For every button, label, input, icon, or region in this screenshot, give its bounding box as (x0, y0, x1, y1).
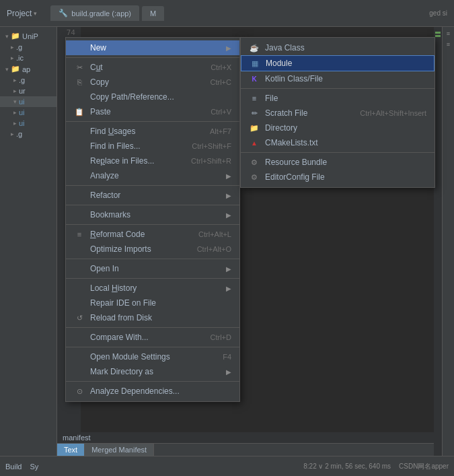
sync-label[interactable]: Sy (30, 463, 38, 471)
tree-item-ap[interactable]: ▾ 📁 ap (0, 63, 56, 75)
tree-item-ui3[interactable]: ▸ ui (0, 118, 56, 129)
new-arrow-icon: ▶ (226, 44, 231, 52)
menu-item-repair[interactable]: Repair IDE on File (66, 296, 239, 310)
tree-item-g[interactable]: ▸ .g (0, 42, 56, 53)
menu-cut-label: Cut (90, 63, 205, 72)
menu-reformat-label: Reformat Code (90, 230, 193, 239)
menu-item-reformat[interactable]: ≡ Reformat Code Ctrl+Alt+L (66, 227, 239, 242)
bookmarks-arrow-icon: ▶ (226, 211, 231, 219)
menu-item-bookmarks[interactable]: Bookmarks ▶ (66, 207, 239, 222)
menu-item-module-settings[interactable]: Open Module Settings F4 (66, 349, 239, 364)
menu-item-find-files[interactable]: Find in Files... Ctrl+Shift+F (66, 139, 239, 154)
top-bar: Project ▾ 🔧 build.gradle (:app) M ged si (0, 0, 454, 27)
menu-find-files-label: Find in Files... (90, 141, 186, 151)
menu-item-optimize[interactable]: Optimize Imports Ctrl+Alt+O (66, 242, 239, 257)
menu-item-analyze-dep[interactable]: ⊙ Analyze Dependencies... (66, 384, 239, 399)
reload-icon: ↺ (74, 314, 85, 322)
submenu-module[interactable]: ▦ Module (241, 55, 434, 71)
tree-unip-label: UniP (22, 32, 38, 40)
submenu-file[interactable]: ≡ File (241, 91, 434, 106)
ap-folder-icon: 📁 (11, 65, 20, 73)
separator-1 (66, 57, 239, 58)
editor-tab-bar: Text Merged Manifest (57, 443, 442, 456)
tree-ui1-label: ui (19, 98, 25, 106)
tab-m-label: M (150, 9, 156, 18)
right-icon-2[interactable]: ≡ (447, 41, 450, 48)
menu-item-replace-files[interactable]: Replace in Files... Ctrl+Shift+R (66, 154, 239, 168)
tab-merged-manifest[interactable]: Merged Manifest (85, 444, 154, 456)
tree-item-ui1[interactable]: ▾ ui (0, 96, 56, 107)
tree-ic-label: .ic (16, 54, 24, 62)
tree-item-unip[interactable]: ▾ 📁 UniP (0, 30, 56, 42)
cut-shortcut: Ctrl+X (211, 63, 231, 71)
menu-item-copy-path[interactable]: Copy Path/Reference... (66, 90, 239, 104)
replace-files-shortcut: Ctrl+Shift+R (191, 157, 231, 165)
submenu-editorconfig-label: EditorConfig File (265, 172, 426, 182)
submenu-editorconfig[interactable]: ⚙ EditorConfig File (241, 170, 434, 184)
resource-bundle-icon: ⚙ (249, 158, 260, 167)
menu-item-open-in[interactable]: Open In ▶ (66, 261, 239, 276)
reformat-icon: ≡ (74, 230, 85, 238)
tab-build-gradle[interactable]: 🔧 build.gradle (:app) (50, 5, 139, 21)
cut-icon: ✂ (74, 63, 85, 72)
copy-icon: ⎘ (74, 78, 85, 86)
tree-g2-arrow: ▸ (13, 77, 17, 83)
tree-g3-label: .g (16, 130, 22, 138)
scroll-marker-1 (435, 32, 441, 34)
paste-icon: 📋 (74, 108, 85, 116)
tree-ui2-arrow: ▸ (13, 109, 17, 116)
right-icon-1[interactable]: ≡ (447, 30, 450, 37)
menu-local-history-label: Local History (90, 283, 221, 293)
menu-item-analyze[interactable]: Analyze ▶ (66, 168, 239, 183)
separator-4 (66, 205, 239, 205)
submenu-cmake[interactable]: ▲ CMakeLists.txt (241, 135, 434, 150)
directory-icon: 📁 (249, 124, 260, 133)
submenu-kotlin-class[interactable]: K Kotlin Class/File (241, 71, 434, 86)
separator-3 (66, 185, 239, 186)
menu-item-cut[interactable]: ✂ Cut Ctrl+X (66, 60, 239, 75)
tree-item-g3[interactable]: ▸ .g (0, 129, 56, 139)
submenu-resource-bundle-label: Resource Bundle (265, 158, 426, 167)
ged-text: ged si (429, 9, 447, 17)
submenu-separator-1 (241, 88, 434, 89)
find-files-shortcut: Ctrl+Shift+F (192, 142, 231, 150)
tree-ui2-label: ui (19, 108, 25, 116)
menu-module-settings-label: Open Module Settings (90, 352, 217, 362)
menu-item-mark-dir[interactable]: Mark Directory as ▶ (66, 364, 239, 379)
kotlin-icon: K (249, 75, 260, 83)
menu-item-refactor[interactable]: Refactor ▶ (66, 188, 239, 203)
submenu-scratch[interactable]: ✏ Scratch File Ctrl+Alt+Shift+Insert (241, 106, 434, 121)
tree-g3-arrow: ▸ (11, 131, 14, 137)
menu-item-compare[interactable]: Compare With... Ctrl+D (66, 330, 239, 345)
analyze-dep-icon: ⊙ (74, 387, 85, 396)
menu-item-find-usages[interactable]: Find Usages Alt+F7 (66, 124, 239, 139)
submenu-java-class[interactable]: ☕ Java Class (241, 40, 434, 55)
tree-item-ur[interactable]: ▸ ur (0, 86, 56, 96)
tree-item-ui2[interactable]: ▸ ui (0, 107, 56, 118)
tree-ur-arrow: ▸ (13, 88, 17, 94)
menu-item-reload[interactable]: ↺ Reload from Disk (66, 310, 239, 325)
find-usages-shortcut: Alt+F7 (210, 127, 231, 135)
project-sidebar: ▾ 📁 UniP ▸ .g ▸ .ic ▾ 📁 ap ▸ .g ▸ ur ▾ u… (0, 27, 57, 456)
menu-reload-label: Reload from Disk (90, 313, 231, 322)
menu-item-copy[interactable]: ⎘ Copy Ctrl+C (66, 75, 239, 90)
project-label[interactable]: Project (7, 9, 32, 18)
menu-item-new[interactable]: New ▶ (66, 40, 239, 55)
menu-item-local-history[interactable]: Local History ▶ (66, 281, 239, 296)
scroll-marker-2 (435, 35, 441, 37)
tab-text[interactable]: Text (57, 444, 85, 456)
scratch-shortcut: Ctrl+Alt+Shift+Insert (360, 109, 426, 117)
menu-item-paste[interactable]: 📋 Paste Ctrl+V (66, 104, 239, 119)
tree-item-g2[interactable]: ▸ .g (0, 75, 56, 86)
menu-replace-files-label: Replace in Files... (90, 156, 186, 166)
menu-paste-label: Paste (90, 107, 205, 116)
tab-m[interactable]: M (142, 6, 164, 21)
scratch-icon: ✏ (249, 109, 260, 118)
submenu-resource-bundle[interactable]: ⚙ Resource Bundle (241, 155, 434, 170)
csdn-label: CSDN网名apper (399, 462, 449, 471)
tree-item-ic[interactable]: ▸ .ic (0, 53, 56, 63)
menu-refactor-label: Refactor (90, 191, 221, 200)
file-icon: ≡ (249, 94, 260, 102)
submenu-directory[interactable]: 📁 Directory (241, 121, 434, 135)
build-label[interactable]: Build (5, 463, 22, 471)
